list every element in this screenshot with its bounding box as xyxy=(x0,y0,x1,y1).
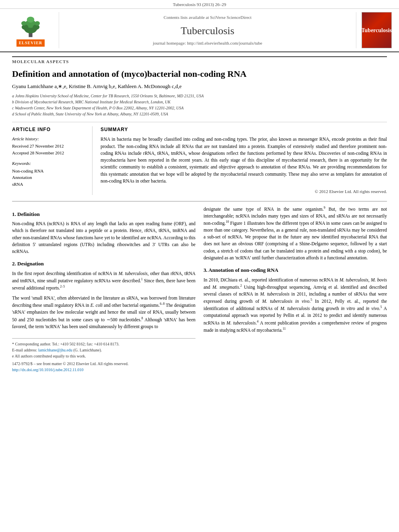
keyword-2: Annotation xyxy=(12,175,86,181)
footnotes: * Corresponding author. Tel.: +410 502 8… xyxy=(12,338,195,359)
svg-point-7 xyxy=(35,21,40,25)
affiliation-a: a Johns Hopkins University School of Med… xyxy=(12,93,387,99)
article-info-panel: ARTICLE INFO Article history: Received 2… xyxy=(12,126,93,195)
keyword-1: Non-coding RNA xyxy=(12,168,86,174)
affiliation-d: d School of Public Health, State Univers… xyxy=(12,111,387,117)
affiliation-c: c Wadsworth Center, New York State Depar… xyxy=(12,105,387,111)
summary-heading: SUMMARY xyxy=(101,126,387,133)
section3-heading: 3. Annotation of non-coding RNA xyxy=(204,266,387,274)
tb-cover-thumbnail: Tuberculosis xyxy=(362,12,392,48)
svg-point-3 xyxy=(27,16,34,23)
article-title: Definition and annotation of (myco)bacte… xyxy=(12,68,387,80)
elsevier-brand: ELSEVIER xyxy=(16,39,45,47)
section2-text1: In the first report describing identific… xyxy=(12,270,195,292)
journal-homepage: journal homepage: http://intl.elsevierhe… xyxy=(153,40,262,46)
summary-text: RNA in bacteria may be broadly classifie… xyxy=(101,136,387,185)
authors-line: Gyanu Lamichhane a,∗,e, Kristine B. Arnv… xyxy=(12,83,387,90)
summary-panel: SUMMARY RNA in bacteria may be broadly c… xyxy=(101,126,387,195)
sciverse-link: Contents lists available at SciVerse Sci… xyxy=(164,14,251,21)
body-left-column: 1. Definition Non-coding RNA (ncRNA) is … xyxy=(12,205,195,373)
journal-header: ELSEVIER Contents lists available at Sci… xyxy=(0,9,399,52)
body-right-column: designate the same type of RNA in the sa… xyxy=(204,205,387,373)
journal-reference: Tuberculosis 93 (2013) 26–29 xyxy=(0,0,399,9)
keyword-3: sRNA xyxy=(12,181,86,187)
section3-text: In 2010, DiChiara et. al., reported iden… xyxy=(204,277,387,334)
publisher-logo-area: ELSEVIER xyxy=(6,12,55,48)
doi-line: http://dx.doi.org/10.1016/j.tube.2012.11… xyxy=(12,367,195,373)
accepted-date: Accepted 28 November 2012 xyxy=(12,150,86,156)
article-info-heading: ARTICLE INFO xyxy=(12,126,86,133)
section-label: MOLECULAR ASPECTS xyxy=(12,56,387,65)
issn-footer: 1472-9792/$ – see front matter © 2012 El… xyxy=(12,361,195,373)
journal-title-area: Contents lists available at SciVerse Sci… xyxy=(59,12,356,48)
doi-link[interactable]: http://dx.doi.org/10.1016/j.tube.2012.11… xyxy=(12,368,84,372)
section1-text1: Non-coding RNA (ncRNA) is RNA of any len… xyxy=(12,220,195,255)
elsevier-logo: ELSEVIER xyxy=(14,14,47,47)
corresponding-footnote: * Corresponding author. Tel.: +410 502 8… xyxy=(12,341,195,347)
section2-text2: The word 'small RNA', often abbreviated … xyxy=(12,295,195,330)
journal-title: Tuberculosis xyxy=(181,24,234,38)
right-text1: designate the same type of RNA in the sa… xyxy=(204,205,387,262)
equal-footnote: e All authors contributed equally to thi… xyxy=(12,353,195,359)
affiliation-b: b Division of Mycobacterial Research, MR… xyxy=(12,99,387,105)
main-content: MOLECULAR ASPECTS Definition and annotat… xyxy=(0,52,399,381)
received-date: Received 27 November 2012 xyxy=(12,143,86,149)
history-label: Article history: xyxy=(12,136,86,142)
journal-cover-image: Tuberculosis xyxy=(360,12,393,48)
keywords-section: Keywords: Non-coding RNA Annotation sRNA xyxy=(12,160,86,188)
body-content: 1. Definition Non-coding RNA (ncRNA) is … xyxy=(12,201,387,373)
sciverse-text: Contents lists available at SciVerse Sci… xyxy=(164,15,251,20)
elsevier-tree-icon xyxy=(14,14,47,38)
affiliations: a Johns Hopkins University School of Med… xyxy=(12,93,387,117)
copyright-line: © 2012 Elsevier Ltd. All rights reserved… xyxy=(101,189,387,195)
article-info-summary-section: ARTICLE INFO Article history: Received 2… xyxy=(12,122,387,195)
issn-line: 1472-9792/$ – see front matter © 2012 El… xyxy=(12,361,195,367)
svg-point-6 xyxy=(21,21,27,25)
keywords-label: Keywords: xyxy=(12,160,86,166)
journal-ref-text: Tuberculosis 93 (2013) 26–29 xyxy=(173,2,226,7)
section2-heading: 2. Designation xyxy=(12,260,195,268)
section1-heading: 1. Definition xyxy=(12,210,195,218)
email-footnote: E-mail address: lamichhane@jhu.edu (G. L… xyxy=(12,347,195,353)
email-link[interactable]: lamichhane@jhu.edu xyxy=(38,348,72,352)
